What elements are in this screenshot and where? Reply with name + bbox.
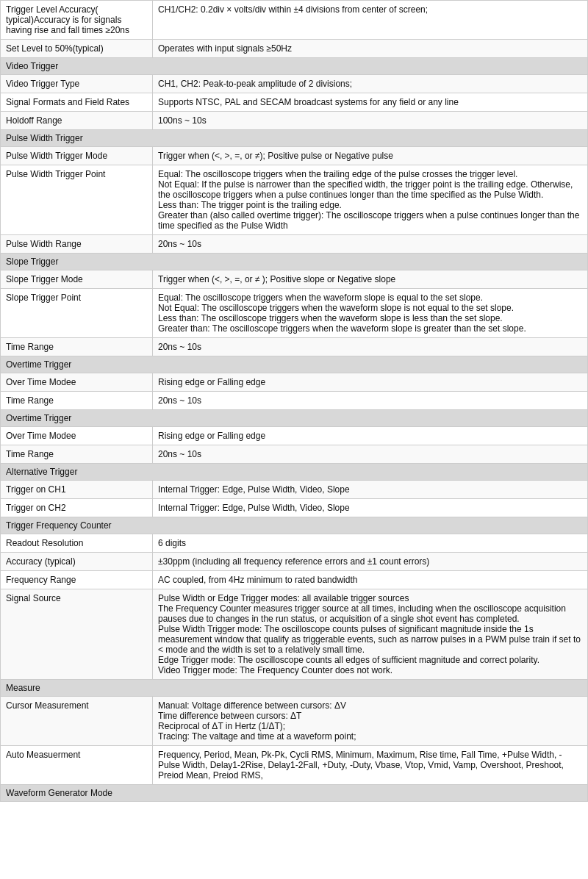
row-label: Cursor Measurement — [1, 697, 153, 746]
table-row: Over Time ModeeRising edge or Falling ed… — [1, 373, 588, 392]
table-row: Frequency RangeAC coupled, from 4Hz mini… — [1, 571, 588, 589]
section-header-label: Measure — [1, 680, 588, 697]
table-row: Trigger Level Accuracy( typical)Accuracy… — [1, 1, 588, 40]
row-label: Pulse Width Trigger Mode — [1, 147, 153, 165]
table-row: Signal Formats and Field RatesSupports N… — [1, 93, 588, 112]
row-label: Signal Source — [1, 589, 153, 680]
row-label: Over Time Modee — [1, 427, 153, 445]
row-value: 6 digits — [153, 534, 588, 553]
table-row: Over Time ModeeRising edge or Falling ed… — [1, 427, 588, 445]
row-label: Trigger Level Accuracy( typical)Accuracy… — [1, 1, 153, 40]
row-label: Frequency Range — [1, 571, 153, 589]
table-row: Cursor MeasurementManual: Voltage differ… — [1, 697, 588, 746]
section-header-label: Waveform Generator Mode — [1, 785, 588, 802]
row-value: Operates with input signals ≥50Hz — [153, 40, 588, 58]
row-value: Supports NTSC, PAL and SECAM broadcast s… — [153, 93, 588, 112]
table-row: Time Range20ns ~ 10s — [1, 392, 588, 410]
row-value: Trigger when (<, >, =, or ≠); Positive p… — [153, 147, 588, 165]
table-row: Set Level to 50%(typical)Operates with i… — [1, 40, 588, 58]
section-header-row: Slope Trigger — [1, 254, 588, 270]
row-value: Rising edge or Falling edge — [153, 427, 588, 445]
row-value: Rising edge or Falling edge — [153, 373, 588, 392]
row-value: Trigger when (<, >, =, or ≠ ); Positive … — [153, 270, 588, 289]
section-header-label: Video Trigger — [1, 58, 588, 75]
row-value: 100ns ~ 10s — [153, 112, 588, 130]
table-row: Trigger on CH1Internal Trigger: Edge, Pu… — [1, 481, 588, 499]
section-header-label: Overtime Trigger — [1, 410, 588, 427]
row-label: Pulse Width Trigger Point — [1, 165, 153, 235]
section-header-row: Trigger Frequency Counter — [1, 517, 588, 534]
row-value: Frequency, Period, Mean, Pk-Pk, Cycli RM… — [153, 746, 588, 785]
section-header-row: Alternative Trigger — [1, 464, 588, 481]
section-header-row: Waveform Generator Mode — [1, 785, 588, 802]
section-header-row: Pulse Width Trigger — [1, 130, 588, 147]
table-row: Pulse Width Trigger PointEqual: The osci… — [1, 165, 588, 235]
row-label: Time Range — [1, 338, 153, 356]
row-value: Equal: The oscilloscope triggers when th… — [153, 289, 588, 338]
row-value: Pulse Width or Edge Trigger modes: all a… — [153, 589, 588, 680]
row-value: Internal Trigger: Edge, Pulse Width, Vid… — [153, 499, 588, 517]
row-value: Manual: Voltage difference between curso… — [153, 697, 588, 746]
table-row: Pulse Width Range20ns ~ 10s — [1, 235, 588, 254]
table-row: Auto MeasuermentFrequency, Period, Mean,… — [1, 746, 588, 785]
row-value: AC coupled, from 4Hz minimum to rated ba… — [153, 571, 588, 589]
table-row: Pulse Width Trigger ModeTrigger when (<,… — [1, 147, 588, 165]
row-label: Signal Formats and Field Rates — [1, 93, 153, 112]
row-label: Pulse Width Range — [1, 235, 153, 254]
row-label: Readout Resolution — [1, 534, 153, 553]
row-label: Holdoff Range — [1, 112, 153, 130]
row-label: Over Time Modee — [1, 373, 153, 392]
table-row: Holdoff Range100ns ~ 10s — [1, 112, 588, 130]
section-header-row: Measure — [1, 680, 588, 697]
row-label: Accuracy (typical) — [1, 553, 153, 571]
row-label: Trigger on CH1 — [1, 481, 153, 499]
table-row: Video Trigger TypeCH1, CH2: Peak-to-peak… — [1, 75, 588, 93]
row-value: CH1/CH2: 0.2div × volts/div within ±4 di… — [153, 1, 588, 40]
row-label: Auto Measuerment — [1, 746, 153, 785]
section-header-label: Slope Trigger — [1, 254, 588, 270]
row-label: Video Trigger Type — [1, 75, 153, 93]
row-value: 20ns ~ 10s — [153, 392, 588, 410]
section-header-row: Overtime Trigger — [1, 410, 588, 427]
section-header-row: Video Trigger — [1, 58, 588, 75]
row-label: Time Range — [1, 392, 153, 410]
row-value: 20ns ~ 10s — [153, 235, 588, 254]
section-header-label: Overtime Trigger — [1, 356, 588, 373]
row-value: 20ns ~ 10s — [153, 445, 588, 464]
row-value: CH1, CH2: Peak-to-peak amplitude of 2 di… — [153, 75, 588, 93]
section-header-row: Overtime Trigger — [1, 356, 588, 373]
row-label: Time Range — [1, 445, 153, 464]
row-label: Set Level to 50%(typical) — [1, 40, 153, 58]
section-header-label: Pulse Width Trigger — [1, 130, 588, 147]
section-header-label: Alternative Trigger — [1, 464, 588, 481]
row-label: Trigger on CH2 — [1, 499, 153, 517]
row-label: Slope Trigger Point — [1, 289, 153, 338]
row-value: 20ns ~ 10s — [153, 338, 588, 356]
section-header-label: Trigger Frequency Counter — [1, 517, 588, 534]
row-value: ±30ppm (including all frequency referenc… — [153, 553, 588, 571]
specs-table: Trigger Level Accuracy( typical)Accuracy… — [0, 0, 588, 802]
table-row: Trigger on CH2Internal Trigger: Edge, Pu… — [1, 499, 588, 517]
table-row: Readout Resolution6 digits — [1, 534, 588, 553]
table-row: Slope Trigger PointEqual: The oscillosco… — [1, 289, 588, 338]
row-value: Internal Trigger: Edge, Pulse Width, Vid… — [153, 481, 588, 499]
table-row: Slope Trigger ModeTrigger when (<, >, =,… — [1, 270, 588, 289]
table-row: Time Range20ns ~ 10s — [1, 338, 588, 356]
table-row: Signal SourcePulse Width or Edge Trigger… — [1, 589, 588, 680]
row-value: Equal: The oscilloscope triggers when th… — [153, 165, 588, 235]
row-label: Slope Trigger Mode — [1, 270, 153, 289]
table-row: Accuracy (typical)±30ppm (including all … — [1, 553, 588, 571]
table-row: Time Range20ns ~ 10s — [1, 445, 588, 464]
